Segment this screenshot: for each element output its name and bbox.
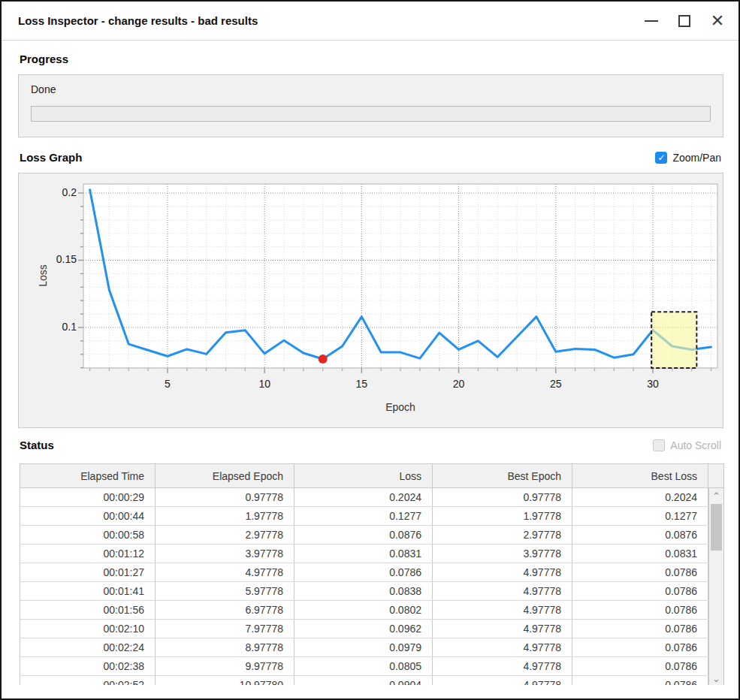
table-row[interactable]: 00:00:582.977780.08762.977780.0876 <box>20 526 723 545</box>
table-row[interactable]: 00:01:123.977780.08313.977780.0831 <box>20 545 723 563</box>
x-tick-label: 30 <box>638 378 668 390</box>
table-cell: 2.97778 <box>433 526 572 544</box>
table-cell: 5.97778 <box>156 582 294 600</box>
table-cell: 0.0805 <box>294 657 433 675</box>
table-cell: 00:01:27 <box>20 563 156 581</box>
title-bar: Loss Inspector - change results - bad re… <box>2 2 738 41</box>
progress-group: Done <box>18 74 723 137</box>
auto-scroll-control[interactable]: Auto Scroll <box>653 439 721 451</box>
table-cell: 0.0979 <box>294 638 433 656</box>
table-cell: 7.97778 <box>156 620 294 638</box>
table-cell: 0.0786 <box>294 563 433 581</box>
zoom-pan-control[interactable]: ✓ Zoom/Pan <box>655 152 721 164</box>
table-cell: 0.0876 <box>294 526 433 544</box>
table-cell: 4.97778 <box>433 638 572 656</box>
table-cell: 0.0786 <box>572 657 708 675</box>
table-cell: 4.97778 <box>433 582 572 600</box>
table-cell: 0.0786 <box>572 601 708 619</box>
table-cell: 4.97778 <box>433 657 572 675</box>
table-cell: 0.0786 <box>572 620 708 638</box>
table-cell: 0.0786 <box>572 676 708 685</box>
table-cell: 0.97778 <box>433 488 572 506</box>
check-icon: ✓ <box>657 152 665 163</box>
table-cell: 3.97778 <box>433 545 572 563</box>
window-controls: ✕ <box>638 2 731 41</box>
table-cell: 0.2024 <box>572 488 708 506</box>
table-cell: 0.0904 <box>294 676 433 685</box>
table-cell: 00:00:29 <box>20 488 156 506</box>
table-cell: 0.0876 <box>572 526 708 544</box>
table-cell: 00:02:10 <box>20 620 156 638</box>
loss-graph-group: Loss 0.10.150.251015202530 Epoch <box>18 173 723 428</box>
x-tick-label: 5 <box>153 378 183 390</box>
table-row[interactable]: 00:01:415.977780.08384.977780.0786 <box>20 582 723 601</box>
table-cell: 1.97778 <box>433 507 572 525</box>
maximize-button[interactable] <box>671 8 698 35</box>
table-cell: 1.97778 <box>156 507 294 525</box>
progress-bar <box>31 106 711 122</box>
maximize-icon <box>678 15 690 27</box>
table-cell: 00:02:24 <box>20 638 156 656</box>
minimize-button[interactable] <box>638 8 665 35</box>
table-cell: 0.0831 <box>294 545 433 563</box>
table-scrollbar[interactable]: ⌃ ⌄ <box>708 488 723 685</box>
auto-scroll-checkbox[interactable] <box>653 439 665 451</box>
progress-status-label: Done <box>31 83 56 95</box>
table-cell: 00:00:58 <box>20 526 156 544</box>
app-window: Loss Inspector - change results - bad re… <box>0 0 740 700</box>
table-cell: 9.97778 <box>156 657 294 675</box>
table-cell: 4.97778 <box>433 563 572 581</box>
table-cell: 10.97780 <box>156 676 294 685</box>
table-cell: 0.2024 <box>294 488 433 506</box>
column-header-spacer <box>708 464 723 487</box>
column-header: Best Loss <box>572 464 708 487</box>
status-section-title: Status <box>20 439 54 451</box>
table-cell: 4.97778 <box>156 563 294 581</box>
zoom-pan-checkbox[interactable]: ✓ <box>655 152 667 164</box>
table-cell: 4.97778 <box>433 620 572 638</box>
x-tick-label: 20 <box>444 378 474 390</box>
table-cell: 00:02:38 <box>20 657 156 675</box>
loss-chart-plot[interactable] <box>83 184 717 374</box>
table-cell: 0.0786 <box>572 638 708 656</box>
y-tick-label: 0.15 <box>42 253 77 265</box>
table-row[interactable]: 00:01:566.977780.08024.977780.0786 <box>20 601 723 620</box>
table-cell: 0.1277 <box>294 507 433 525</box>
zoom-pan-label: Zoom/Pan <box>672 152 721 164</box>
table-cell: 0.0786 <box>572 563 708 581</box>
minimize-icon <box>645 20 658 22</box>
scroll-up-button[interactable]: ⌃ <box>709 488 723 503</box>
table-row[interactable]: 00:02:389.977780.08054.977780.0786 <box>20 657 723 676</box>
table-row[interactable]: 00:00:441.977780.12771.977780.1277 <box>20 507 723 526</box>
x-tick-label: 25 <box>541 378 571 390</box>
table-cell: 0.1277 <box>572 507 708 525</box>
table-cell: 00:01:56 <box>20 601 156 619</box>
x-axis-title: Epoch <box>83 401 717 413</box>
window-title: Loss Inspector - change results - bad re… <box>18 14 258 27</box>
y-tick-label: 0.2 <box>42 186 77 198</box>
table-cell: 00:00:44 <box>20 507 156 525</box>
auto-scroll-label: Auto Scroll <box>670 439 721 451</box>
table-cell: 6.97778 <box>156 601 294 619</box>
column-header: Loss <box>294 464 433 487</box>
table-cell: 2.97778 <box>156 526 294 544</box>
table-cell: 3.97778 <box>156 545 294 563</box>
loss-graph-section-title: Loss Graph <box>20 151 82 164</box>
table-row[interactable]: 00:02:107.977780.09624.977780.0786 <box>20 620 723 638</box>
table-cell: 00:01:12 <box>20 545 156 563</box>
table-row[interactable]: 00:02:5210.977800.09044.977780.0786 <box>20 676 723 685</box>
progress-section-title: Progress <box>20 53 68 65</box>
column-header: Best Epoch <box>433 464 572 487</box>
scrollbar-thumb[interactable] <box>711 504 722 551</box>
close-button[interactable]: ✕ <box>704 8 731 35</box>
table-cell: 0.0802 <box>294 601 433 619</box>
column-header: Elapsed Time <box>20 464 156 487</box>
table-cell: 0.0786 <box>572 582 708 600</box>
x-tick-label: 15 <box>346 378 376 390</box>
table-cell: 00:01:41 <box>20 582 156 600</box>
scroll-down-button[interactable]: ⌄ <box>709 671 723 685</box>
table-row[interactable]: 00:00:290.977780.20240.977780.2024 <box>20 488 723 507</box>
table-row[interactable]: 00:01:274.977780.07864.977780.0786 <box>20 563 723 582</box>
table-row[interactable]: 00:02:248.977780.09794.977780.0786 <box>20 638 723 657</box>
close-icon: ✕ <box>711 11 724 31</box>
